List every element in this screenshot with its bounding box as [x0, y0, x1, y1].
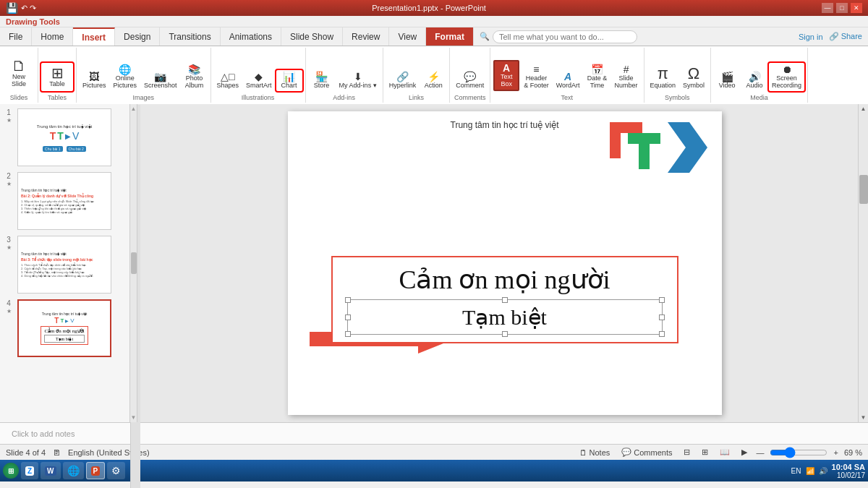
taskbar-zalo[interactable]: Z	[21, 462, 38, 479]
group-images: 🖼 Pictures 🌐 OnlinePictures 📷 Screenshot…	[77, 48, 211, 103]
main-text-box[interactable]: Cảm ơn mọi người Tạm biệt	[331, 256, 678, 343]
new-slide-button[interactable]: 🗋 NewSlide	[3, 56, 35, 91]
zoom-in[interactable]: +	[833, 448, 838, 457]
slide-canvas-area: ▲ ▼ Trung tâm tin học trí tuệ việt	[130, 104, 868, 422]
chart-button[interactable]: 📊 Chart	[276, 70, 302, 91]
online-pictures-button[interactable]: 🌐 OnlinePictures	[111, 63, 140, 91]
slide-top-text: Trung tâm tin học trí tuệ việt	[451, 120, 559, 130]
slide-thumb-4[interactable]: 4 ★ Trung tâm tin học trí tuệ việt TT▶V …	[3, 298, 127, 359]
taskbar-right: EN 📶 🔊 10:04 SA 10/02/17	[791, 463, 865, 479]
notes-placeholder: Click to add notes	[12, 429, 75, 438]
drawing-tools-bar: Drawing Tools	[0, 16, 868, 27]
tab-slideshow[interactable]: Slide Show	[281, 27, 343, 46]
svg-marker-4	[668, 122, 707, 173]
taskbar-word[interactable]: W	[41, 462, 60, 479]
svg-rect-3	[628, 133, 660, 144]
photo-album-button[interactable]: 📚 PhotoAlbum	[182, 63, 208, 91]
handle-bl	[345, 331, 351, 337]
wordart-button[interactable]: A WordArt	[553, 70, 583, 91]
group-illustrations: △□ Shapes ◆ SmartArt 📊 Chart Illustratio…	[211, 48, 306, 103]
svg-rect-1	[610, 122, 642, 133]
drawing-tools-label: Drawing Tools	[6, 17, 60, 26]
slide-preview-3: Trung tâm tin học trí tuệ việt Bài 3: Tổ…	[17, 236, 111, 294]
signin-link[interactable]: Sign in	[799, 33, 823, 41]
store-button[interactable]: 🏪 Store	[309, 70, 335, 91]
comments-icon: 💬	[621, 448, 631, 457]
main-text-line2: Tạm biệt	[355, 304, 655, 330]
maximize-button[interactable]: □	[836, 3, 848, 13]
screenshot-button[interactable]: 📷 Screenshot	[141, 70, 180, 91]
slide-preview-4: Trung tâm tin học trí tuệ việt TT▶V Cảm …	[17, 299, 111, 357]
inner-text-box[interactable]: Tạm biệt	[347, 299, 663, 335]
slide-thumb-1[interactable]: 1 ★ Trung tâm tin học trí tuệ việt TT▶V …	[3, 107, 127, 168]
symbol-button[interactable]: Ω Symbol	[680, 64, 707, 91]
ribbon-right: Sign in 🔗 Share	[793, 27, 868, 46]
tab-transitions[interactable]: Transitions	[160, 27, 220, 46]
share-button[interactable]: 🔗 Share	[829, 32, 862, 41]
search-input[interactable]	[493, 30, 637, 43]
view-normal[interactable]: ⊟	[681, 448, 693, 457]
ribbon-search-area: 🔍	[474, 27, 793, 46]
quick-access[interactable]: ↶ ↷	[21, 4, 36, 13]
tab-review[interactable]: Review	[343, 27, 389, 46]
group-tables: ⊞ Table Tables	[38, 48, 77, 103]
group-addins: 🏪 Store ⬇ My Add-ins ▾ Add-ins	[306, 48, 383, 103]
handle-tl	[345, 297, 351, 303]
view-slideshow[interactable]: ▶	[739, 448, 750, 457]
zoom-level: 69 %	[844, 448, 862, 457]
equation-button[interactable]: π Equation	[647, 64, 679, 91]
ttv-logo	[606, 119, 707, 179]
taskbar-settings[interactable]: ⚙	[107, 462, 125, 479]
slide-thumb-3[interactable]: 3 ★ Trung tâm tin học trí tuệ việt Bài 3…	[3, 234, 127, 295]
tab-design[interactable]: Design	[115, 27, 160, 46]
slide-count: Slide 4 of 4	[6, 448, 46, 457]
group-slides: 🗋 NewSlide Slides	[0, 48, 38, 103]
notes-button[interactable]: 🗒 Notes	[576, 448, 613, 457]
tab-file[interactable]: File	[0, 27, 32, 46]
right-scrollbar[interactable]: ▲ ▼	[858, 104, 868, 422]
shapes-button[interactable]: △□ Shapes	[214, 70, 242, 91]
audio-button[interactable]: 🔊 Audio	[741, 70, 767, 91]
video-button[interactable]: 🎬 Video	[714, 70, 740, 91]
handle-tc	[502, 297, 508, 303]
tab-view[interactable]: View	[389, 27, 426, 46]
comment-button[interactable]: 💬 Comment	[453, 70, 487, 91]
action-button[interactable]: ⚡ Action	[420, 70, 446, 91]
textbox-button[interactable]: A TextBox	[493, 60, 519, 91]
tab-insert[interactable]: Insert	[73, 27, 115, 46]
screen-recording-button[interactable]: ⏺ ScreenRecording	[769, 63, 804, 91]
zoom-slider[interactable]	[770, 447, 827, 458]
comments-button[interactable]: 💬 Comments	[618, 448, 675, 457]
handle-bc	[502, 331, 508, 337]
tab-format[interactable]: Format	[426, 27, 474, 46]
volume-icon: 🔊	[819, 467, 827, 475]
handle-br	[659, 331, 665, 337]
my-addins-button[interactable]: ⬇ My Add-ins ▾	[336, 70, 380, 91]
tab-animations[interactable]: Animations	[221, 27, 281, 46]
main-text-line1: Cảm ơn mọi người	[347, 265, 663, 295]
search-icon: 🔍	[480, 32, 490, 41]
header-footer-button[interactable]: ≡ Header& Footer	[521, 63, 552, 91]
smartart-button[interactable]: ◆ SmartArt	[243, 70, 275, 91]
hyperlink-button[interactable]: 🔗 Hyperlink	[386, 70, 420, 91]
pictures-button[interactable]: 🖼 Pictures	[80, 70, 109, 91]
zoom-out[interactable]: —	[756, 448, 764, 457]
slide-preview-1: Trung tâm tin học trí tuệ việt TT▶V Chu …	[17, 108, 111, 166]
view-reading[interactable]: 📖	[717, 448, 733, 457]
taskbar-powerpoint[interactable]: P	[86, 462, 106, 479]
table-button[interactable]: ⊞ Table	[41, 63, 73, 91]
view-slide-sorter[interactable]: ⊞	[699, 448, 711, 457]
close-button[interactable]: ✕	[851, 3, 862, 13]
slide-number-button[interactable]: # SlideNumber	[612, 63, 641, 91]
title-bar: 💾 ↶ ↷ Presentation1.pptx - PowerPoint — …	[0, 0, 868, 16]
slide-preview-2: Trung tâm tin học trí tuệ việt Bài 2: Qu…	[17, 172, 111, 230]
group-slides-label: Slides	[10, 93, 28, 101]
datetime-button[interactable]: 📅 Date &Time	[584, 63, 610, 91]
tab-home[interactable]: Home	[32, 27, 73, 46]
minimize-button[interactable]: —	[822, 3, 833, 13]
taskbar-chrome[interactable]: 🌐	[63, 462, 84, 479]
start-button[interactable]: ⊞	[3, 463, 19, 479]
slide-thumb-2[interactable]: 2 ★ Trung tâm tin học trí tuệ việt Bài 2…	[3, 171, 127, 231]
ribbon-content: 🗋 NewSlide Slides ⊞ Table Tables 🖼 Pictu…	[0, 46, 868, 104]
group-links: 🔗 Hyperlink ⚡ Action Links	[383, 48, 451, 103]
